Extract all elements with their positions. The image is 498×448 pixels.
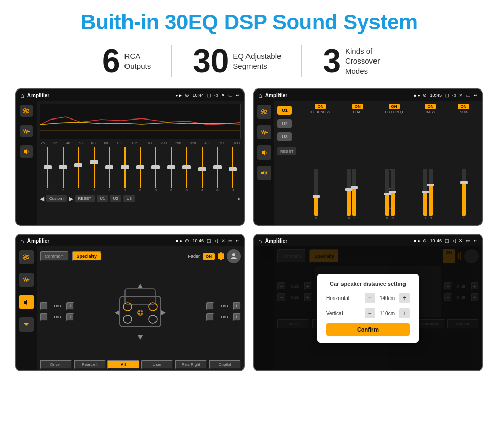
eq-back-icon[interactable]: ↩: [236, 93, 240, 98]
fader-user-button[interactable]: User: [141, 360, 174, 369]
vol-plus-1[interactable]: +: [66, 302, 74, 310]
screenshots-grid: ⌂ Amplifier ● ▶ ⊙ 10:44 ◫ ◁ ✕ ▭ ↩: [15, 88, 483, 371]
vol-plus-2[interactable]: +: [66, 313, 74, 321]
fader-all-button[interactable]: All: [107, 360, 140, 369]
stat-rca: 6 RCA Outputs: [82, 45, 172, 77]
bass-on-badge[interactable]: ON: [425, 104, 436, 109]
confirm-button[interactable]: Confirm: [326, 323, 410, 336]
crossover-reset-button[interactable]: RESET: [277, 147, 296, 155]
crossover-speaker-icon[interactable]: [257, 145, 271, 160]
vertical-plus-button[interactable]: +: [399, 308, 410, 318]
vol-minus-2[interactable]: −: [40, 313, 48, 321]
fader-specialty-tab[interactable]: Specialty: [72, 251, 102, 261]
eq-waveform-icon[interactable]: [20, 125, 33, 137]
svg-point-11: [264, 111, 266, 113]
crossover-close-icon: ✕: [459, 93, 463, 98]
distance-back-icon[interactable]: ↩: [474, 238, 478, 243]
fader-back-icon[interactable]: ↩: [236, 238, 240, 243]
horizontal-minus-button[interactable]: −: [365, 293, 375, 303]
eq-slider-2[interactable]: [56, 147, 70, 188]
horizontal-plus-button[interactable]: +: [399, 293, 410, 303]
svg-point-28: [123, 315, 132, 323]
svg-point-19: [26, 256, 28, 258]
eq-u2-button[interactable]: U2: [110, 195, 121, 202]
fader-home-icon[interactable]: ⌂: [20, 237, 24, 245]
vol-plus-3[interactable]: +: [233, 302, 241, 310]
stat-crossover: 3 Kinds of Crossover Modes: [302, 45, 416, 77]
fader-copilot-button[interactable]: Copilot: [209, 360, 241, 369]
vertical-value: 110cm: [377, 311, 397, 316]
fader-person-icon[interactable]: [227, 249, 241, 263]
crossover-home-icon[interactable]: ⌂: [258, 92, 262, 99]
fader-driver-button[interactable]: Driver: [40, 360, 72, 369]
fader-rearright-button[interactable]: RearRight: [175, 360, 207, 369]
dialog-vertical-row: Vertical − 110cm +: [326, 308, 410, 318]
eq-u1-button[interactable]: U1: [97, 195, 108, 202]
eq-slider-6[interactable]: [118, 147, 132, 188]
eq-u3-button[interactable]: U3: [123, 195, 135, 202]
vertical-minus-button[interactable]: −: [365, 308, 375, 318]
eq-slider-11[interactable]: [195, 147, 209, 188]
vol-plus-4[interactable]: +: [233, 313, 241, 321]
vol-minus-3[interactable]: −: [206, 302, 214, 310]
eq-slider-7[interactable]: [133, 147, 147, 188]
loudness-label: LOUDNESS: [310, 110, 330, 114]
loudness-on-badge[interactable]: ON: [315, 104, 326, 109]
eq-slider-3[interactable]: [72, 147, 85, 188]
fader-expand-icon[interactable]: [19, 317, 34, 332]
fader-speaker-icon[interactable]: [19, 295, 34, 309]
eq-reset-button[interactable]: RESET: [75, 195, 95, 202]
crossover-volume-icon: ◁: [452, 93, 456, 98]
sub-on-badge[interactable]: ON: [458, 104, 469, 109]
fader-on-toggle[interactable]: ON: [203, 253, 215, 260]
eq-slider-5[interactable]: [103, 147, 116, 188]
distance-dialog: Car speaker distance setting Horizontal …: [317, 274, 419, 343]
crossover-u1-button[interactable]: U1: [277, 106, 292, 115]
crossover-waveform-icon[interactable]: [257, 125, 271, 139]
crossover-u2-button[interactable]: U2: [277, 119, 292, 128]
eq-filter-icon[interactable]: [20, 105, 33, 117]
crossover-camera-icon: ◫: [445, 93, 449, 98]
fader-filter-icon[interactable]: [19, 250, 34, 264]
eq-slider-12[interactable]: [210, 147, 224, 188]
svg-marker-6: [24, 148, 27, 155]
fader-status-bar: ⌂ Amplifier ■ ● ⊙ 10:46 ◫ ◁ ✕ ▭ ↩: [16, 235, 244, 246]
distance-dialog-overlay: Car speaker distance setting Horizontal …: [254, 246, 482, 370]
phat-on-badge[interactable]: ON: [352, 104, 363, 109]
eq-slider-1[interactable]: [41, 147, 54, 188]
stat-eq-label: EQ Adjustable Segments: [233, 51, 281, 71]
svg-marker-21: [24, 299, 27, 305]
crossover-back-icon[interactable]: ↩: [474, 93, 478, 98]
eq-slider-9[interactable]: [164, 147, 178, 188]
dialog-vertical-label: Vertical: [326, 311, 357, 316]
crossover-volume2-icon[interactable]: [257, 166, 271, 180]
vol-minus-4[interactable]: −: [206, 313, 214, 321]
fader-common-tab[interactable]: Common: [40, 251, 69, 261]
eq-next-button[interactable]: ▶: [69, 195, 73, 202]
cutfreq-on-badge[interactable]: ON: [389, 104, 400, 109]
crossover-u3-button[interactable]: U3: [277, 132, 292, 141]
fader-rearleft-button[interactable]: RearLeft: [74, 360, 106, 369]
eq-slider-8[interactable]: [149, 147, 163, 188]
dialog-horizontal-row: Horizontal − 140cm +: [326, 293, 410, 303]
fader-camera-icon: ◫: [207, 238, 211, 243]
eq-slider-13[interactable]: [226, 147, 240, 188]
eq-speaker-icon[interactable]: [20, 145, 33, 158]
crossover-filter-icon[interactable]: [257, 105, 271, 119]
distance-status-bar: ⌂ Amplifier ■ ● ⊙ 10:46 ◫ ◁ ✕ ▭ ↩: [254, 235, 482, 246]
eq-home-icon[interactable]: ⌂: [20, 92, 24, 99]
eq-sidebar: [16, 101, 37, 225]
vol-minus-1[interactable]: −: [40, 302, 48, 310]
vol-value-3: 0 dB: [216, 304, 231, 308]
eq-slider-10[interactable]: [180, 147, 194, 188]
fader-waveform-icon[interactable]: [19, 273, 34, 287]
eq-values: 0005000000-10-1: [40, 188, 241, 193]
distance-home-icon[interactable]: ⌂: [258, 237, 262, 245]
eq-prev-button[interactable]: ◀: [40, 195, 44, 202]
eq-slider-4[interactable]: [87, 147, 101, 188]
fader-location-icon: ⊙: [185, 238, 189, 243]
eq-custom-button[interactable]: Custom: [46, 195, 67, 202]
eq-expand-button[interactable]: »: [237, 195, 241, 202]
eq-close-icon: ✕: [221, 93, 225, 98]
crossover-screen-card: ⌂ Amplifier ■ ● ⊙ 10:45 ◫ ◁ ✕ ▭ ↩: [253, 88, 483, 226]
